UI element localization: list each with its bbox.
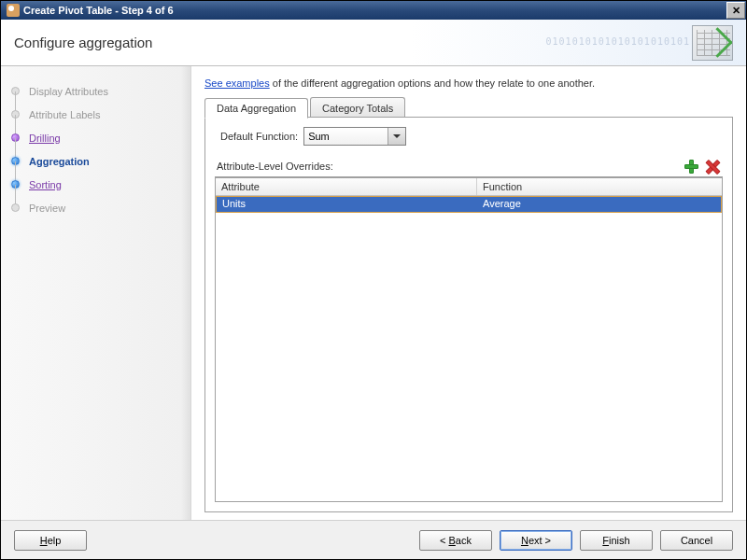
next-button[interactable]: Next > [500, 530, 572, 551]
tab-data-aggregation[interactable]: Data Aggregation [204, 98, 308, 119]
plus-icon [684, 160, 698, 173]
help-button[interactable]: Help [14, 530, 87, 551]
tab-bar: Data Aggregation Category Totals [204, 96, 733, 118]
x-icon [705, 160, 718, 173]
step-label: Display Attributes [29, 86, 108, 97]
header-band: Configure aggregation 010101010101010101… [1, 20, 746, 66]
step-dot-icon [11, 203, 20, 212]
step-attribute-labels: Attribute Labels [7, 103, 185, 126]
cell-function: Average [477, 197, 721, 212]
tab-content-data-aggregation: Default Function: Sum Attribute-Level Ov… [204, 118, 733, 512]
chevron-down-icon [393, 134, 401, 138]
intro-rest: of the different aggregation options and… [270, 77, 595, 89]
table-body: Units Average [216, 196, 722, 501]
cell-attribute: Units [217, 197, 477, 212]
default-function-select[interactable]: Sum [303, 127, 406, 146]
overrides-toolbar [684, 159, 719, 174]
overrides-table: Attribute Function Units Average [215, 177, 723, 502]
step-display-attributes: Display Attributes [7, 79, 185, 103]
table-header: Attribute Function [216, 178, 722, 196]
tab-label: Data Aggregation [217, 103, 296, 114]
step-preview: Preview [7, 196, 185, 219]
step-aggregation: Aggregation [7, 149, 185, 173]
overrides-header: Attribute-Level Overrides: [215, 157, 723, 177]
add-override-button[interactable] [684, 159, 698, 174]
cancel-button[interactable]: Cancel [660, 530, 733, 551]
dialog-window: Create Pivot Table - Step 4 of 6 ✕ Confi… [0, 0, 747, 560]
col-function[interactable]: Function [477, 178, 722, 195]
step-link[interactable]: Sorting [29, 179, 62, 190]
app-icon [7, 4, 20, 17]
main-panel: See examples of the different aggregatio… [191, 66, 746, 520]
table-row[interactable]: Units Average [216, 196, 722, 213]
footer-buttons: < Back Next > Finish Cancel [419, 530, 733, 551]
step-label: Preview [29, 203, 65, 214]
remove-override-button[interactable] [704, 159, 719, 174]
tab-category-totals[interactable]: Category Totals [310, 97, 405, 118]
back-button[interactable]: < Back [419, 530, 492, 551]
close-button[interactable]: ✕ [726, 2, 745, 19]
finish-button[interactable]: Finish [580, 530, 653, 551]
page-title: Configure aggregation [14, 35, 152, 50]
default-function-label: Default Function: [220, 131, 298, 142]
step-drilling[interactable]: Drilling [7, 126, 185, 149]
header-decoration-digits: 0101010101010101010101 [546, 36, 690, 47]
tab-label: Category Totals [322, 103, 393, 114]
step-label: Attribute Labels [29, 109, 100, 120]
step-list: Display Attributes Attribute Labels Dril… [7, 79, 185, 219]
see-examples-link[interactable]: See examples [204, 77, 270, 89]
pivot-table-icon [692, 25, 733, 61]
step-link[interactable]: Drilling [29, 133, 61, 144]
window-title: Create Pivot Table - Step 4 of 6 [23, 5, 174, 16]
titlebar: Create Pivot Table - Step 4 of 6 ✕ [1, 1, 746, 20]
wizard-sidebar: Display Attributes Attribute Labels Dril… [1, 66, 191, 520]
default-function-row: Default Function: Sum [215, 127, 723, 146]
overrides-label: Attribute-Level Overrides: [217, 161, 333, 172]
cancel-label: Cancel [681, 535, 712, 546]
dialog-footer: Help < Back Next > Finish Cancel [1, 520, 746, 559]
step-label-active: Aggregation [29, 156, 90, 167]
titlebar-left: Create Pivot Table - Step 4 of 6 [7, 4, 174, 17]
default-function-value: Sum [308, 131, 330, 142]
col-attribute[interactable]: Attribute [216, 178, 477, 195]
step-sorting[interactable]: Sorting [7, 173, 185, 196]
dialog-body: Display Attributes Attribute Labels Dril… [1, 66, 746, 520]
intro-text: See examples of the different aggregatio… [204, 77, 733, 96]
